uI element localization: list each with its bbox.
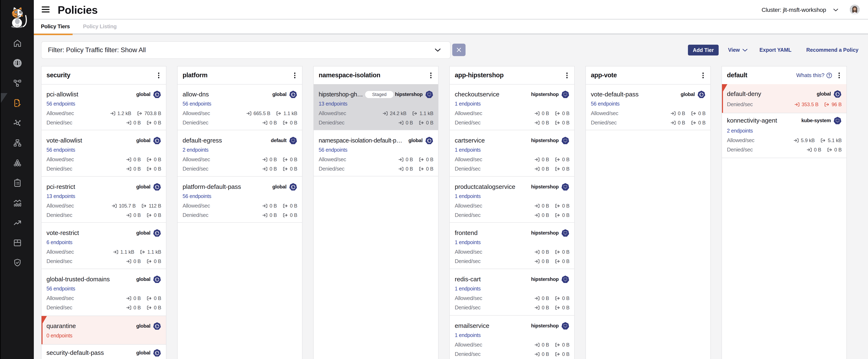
- svg-text:ns: ns: [565, 234, 566, 236]
- svg-text:ns: ns: [837, 122, 838, 123]
- svg-text:ns: ns: [565, 96, 566, 97]
- svg-text:ns: ns: [565, 327, 566, 328]
- svg-text:ns: ns: [565, 142, 566, 143]
- svg-text:ns: ns: [565, 281, 566, 282]
- svg-text:ns: ns: [429, 96, 430, 97]
- svg-text:ns: ns: [292, 142, 294, 143]
- svg-text:ns: ns: [565, 188, 566, 189]
